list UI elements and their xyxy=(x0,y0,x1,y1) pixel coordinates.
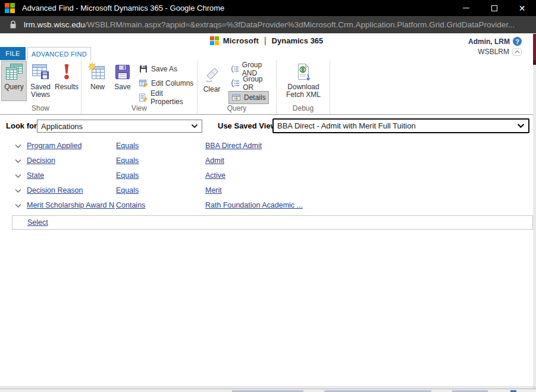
criteria-operator-link[interactable]: Contains xyxy=(116,201,145,209)
new-button[interactable]: New xyxy=(86,61,109,101)
clear-button[interactable]: Clear xyxy=(200,61,224,101)
help-icon[interactable]: ? xyxy=(513,37,522,46)
new-button-label: New xyxy=(86,83,109,91)
brand: Microsoft | Dynamics 365 xyxy=(0,36,533,45)
close-button[interactable]: ✕ xyxy=(508,0,536,16)
tab-advanced-find[interactable]: ADVANCED FIND xyxy=(27,47,91,60)
org-name: WSBLRM xyxy=(478,48,509,56)
save-as-button[interactable]: Save As xyxy=(136,62,180,76)
org-menu[interactable]: WSBLRM xyxy=(468,48,522,56)
clear-icon xyxy=(202,65,221,84)
maximize-icon xyxy=(491,5,497,11)
criteria-value-link[interactable]: BBA Direct Admit xyxy=(205,142,262,150)
criteria-operator-link[interactable]: Equals xyxy=(116,186,139,195)
row-menu-chevron-icon[interactable] xyxy=(15,189,21,193)
save-icon xyxy=(113,62,132,81)
ribbon-group-debug: Download Fetch XML Debug xyxy=(277,60,330,114)
chevron-down-icon xyxy=(517,123,525,128)
query-button[interactable]: Query xyxy=(1,61,27,101)
criteria-operator-link[interactable]: Equals xyxy=(116,142,139,150)
group-label-view: View xyxy=(82,104,197,112)
results-button[interactable]: Results xyxy=(54,61,80,101)
edit-properties-button[interactable]: Edit Properties xyxy=(136,91,197,104)
group-and-icon xyxy=(231,64,239,74)
save-button[interactable]: Save xyxy=(111,61,134,101)
ribbon-group-view: New Save Save As xyxy=(82,60,198,114)
lock-icon[interactable] xyxy=(10,20,17,29)
microsoft-logo-icon xyxy=(210,36,219,45)
criteria-value-link[interactable]: Admit xyxy=(205,156,224,165)
background-window-sliver xyxy=(0,388,536,392)
group-label-debug: Debug xyxy=(277,104,330,112)
saved-view-select[interactable]: BBA Direct - Admit with Merit Full Tuiti… xyxy=(272,118,529,133)
use-saved-view-label: Use Saved View: xyxy=(218,121,279,130)
criteria-operator-link[interactable]: Equals xyxy=(116,156,139,165)
background-window-edge xyxy=(533,33,536,392)
add-criteria-row: Select xyxy=(12,215,533,230)
edit-columns-icon xyxy=(139,79,148,88)
row-menu-chevron-icon[interactable] xyxy=(15,144,21,149)
details-button[interactable]: Details xyxy=(228,91,269,104)
background-window-edge-maroon xyxy=(533,34,536,64)
look-for-value: Applications xyxy=(41,122,189,131)
maximize-button[interactable] xyxy=(480,0,508,16)
microsoft-logo-icon xyxy=(5,3,15,13)
minimize-button[interactable] xyxy=(452,0,480,16)
criteria-field-link[interactable]: State xyxy=(27,171,44,180)
results-button-label: Results xyxy=(54,83,80,91)
new-icon xyxy=(88,62,107,81)
brand-dynamics: Dynamics 365 xyxy=(272,36,324,45)
chevron-up-icon xyxy=(512,48,522,56)
look-for-select[interactable]: Applications xyxy=(37,120,202,133)
criteria-value-link[interactable]: Active xyxy=(205,171,225,180)
criteria-field-link[interactable]: Decision xyxy=(27,156,55,165)
details-label: Details xyxy=(244,93,266,102)
address-bar[interactable]: lrm.wsb.wisc.edu/WSBLRM/main.aspx?appid=… xyxy=(0,16,536,33)
close-icon: ✕ xyxy=(519,4,526,12)
download-fetch-xml-label: Download Fetch XML xyxy=(279,83,328,99)
edit-properties-label: Edit Properties xyxy=(151,89,195,106)
criteria-row: Merit Scholarship Award Na... Contains R… xyxy=(0,199,536,214)
ribbon-group-query: Clear Group AND Group OR xyxy=(198,60,277,114)
user-block: Admin, LRM ? WSBLRM xyxy=(468,37,522,56)
details-icon xyxy=(231,93,241,102)
look-for-label: Look for: xyxy=(6,121,39,130)
criteria-value-link[interactable]: Merit xyxy=(205,186,222,195)
query-button-label: Query xyxy=(2,83,26,91)
ribbon-group-show: Query Saved Views xyxy=(0,60,82,114)
tab-file[interactable]: FILE xyxy=(0,47,26,60)
criteria-operator-link[interactable]: Equals xyxy=(116,171,139,180)
criteria-row: Decision Equals Admit xyxy=(0,154,536,169)
save-as-label: Save As xyxy=(151,65,177,73)
background-window-edge-maroon-dark xyxy=(533,60,536,65)
row-menu-chevron-icon[interactable] xyxy=(15,174,21,178)
row-menu-chevron-icon[interactable] xyxy=(15,159,21,164)
group-or-button[interactable]: Group OR xyxy=(228,77,276,90)
url-domain: lrm.wsb.wisc.edu xyxy=(24,20,85,29)
criteria-field-link[interactable]: Decision Reason xyxy=(27,186,83,195)
download-fetch-xml-icon xyxy=(294,62,313,81)
group-or-icon xyxy=(231,79,240,88)
url-path: /WSBLRM/main.aspx?appid=&extraqs=%3fData… xyxy=(85,20,515,29)
saved-views-icon xyxy=(31,62,50,81)
user-name: Admin, LRM xyxy=(468,37,510,46)
saved-views-button[interactable]: Saved Views xyxy=(29,61,52,101)
criteria-field-link[interactable]: Program Applied xyxy=(27,142,82,150)
download-fetch-xml-button[interactable]: Download Fetch XML xyxy=(279,61,328,101)
save-button-label: Save xyxy=(111,83,134,91)
url-text: lrm.wsb.wisc.edu/WSBLRM/main.aspx?appid=… xyxy=(24,20,515,29)
row-menu-chevron-icon[interactable] xyxy=(15,203,21,208)
chevron-down-icon xyxy=(191,124,198,128)
saved-views-button-label: Saved Views xyxy=(29,83,52,99)
criteria-row: Program Applied Equals BBA Direct Admit xyxy=(0,139,536,154)
criteria-value-link[interactable]: Rath Foundation Academic ... xyxy=(205,201,303,209)
clear-button-label: Clear xyxy=(200,86,224,93)
edit-columns-button[interactable]: Edit Columns xyxy=(136,77,196,90)
group-label-show: Show xyxy=(0,104,81,112)
ribbon-tabstrip: FILE ADVANCED FIND xyxy=(0,47,533,60)
criteria-field-link[interactable]: Merit Scholarship Award Na... xyxy=(27,201,115,209)
criteria-row: Decision Reason Equals Merit xyxy=(0,184,536,199)
group-and-button[interactable]: Group AND xyxy=(228,62,276,76)
select-link[interactable]: Select xyxy=(27,218,48,227)
brand-divider: | xyxy=(264,36,267,45)
